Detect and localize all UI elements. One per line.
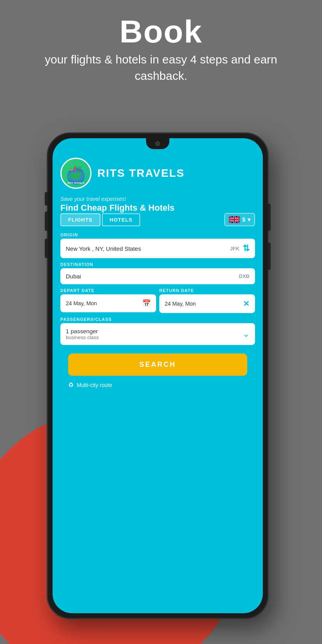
svg-rect-3 xyxy=(75,167,76,171)
currency-selector[interactable]: $ ▾ xyxy=(224,213,255,226)
header-title: Book xyxy=(0,16,322,48)
return-date-value: 24 May, Mon xyxy=(165,301,196,307)
search-button[interactable]: SEARCH xyxy=(68,354,247,376)
front-camera xyxy=(155,141,160,146)
depart-label: DEPART DATE xyxy=(60,288,156,293)
svg-text:RITS TRAVELS: RITS TRAVELS xyxy=(68,182,84,184)
tab-hotels[interactable]: HOTELS xyxy=(102,213,141,226)
origin-label: ORIGIN xyxy=(60,232,255,237)
origin-field[interactable]: New York , NY, United States JFK ⇅ xyxy=(60,239,255,258)
app-logo: RITS TRAVELS xyxy=(60,158,91,189)
depart-date-value: 24 May, Mon xyxy=(66,300,97,306)
dates-row: DEPART DATE 24 May, Mon 📅 RETURN DATE 24… xyxy=(60,284,255,313)
phone-notch xyxy=(146,138,169,149)
logo-globe-svg: RITS TRAVELS xyxy=(62,160,90,187)
origin-value: New York , NY, United States xyxy=(66,245,141,252)
phone-mockup: RITS TRAVELS RITS TRAVELS Save your trav… xyxy=(47,132,269,619)
destination-label: DESTINATION xyxy=(60,262,255,267)
tabs-row: FLIGHTS HOTELS $ ▾ xyxy=(60,213,255,226)
phone-outer: RITS TRAVELS RITS TRAVELS Save your trav… xyxy=(47,132,269,619)
multi-city-label: Multi-city route xyxy=(77,382,112,388)
close-icon[interactable]: ✕ xyxy=(243,299,250,308)
phone-screen: RITS TRAVELS RITS TRAVELS Save your trav… xyxy=(53,138,263,613)
destination-value: Dubai xyxy=(66,273,81,280)
tabs-left: FLIGHTS HOTELS xyxy=(60,213,140,226)
multi-city-icon: ♻ xyxy=(68,381,74,389)
passengers-value: 1 passenger xyxy=(66,328,99,334)
passengers-class: business class xyxy=(66,334,99,340)
passengers-label: PASSENGERS/CLASS xyxy=(60,317,255,322)
destination-field[interactable]: Dubai DXB xyxy=(60,268,255,284)
destination-code: DXB xyxy=(239,273,250,279)
logo-area: RITS TRAVELS RITS TRAVELS xyxy=(60,158,255,189)
main-headline: Find Cheap Flights & Hotels xyxy=(60,203,255,213)
depart-date-field[interactable]: 24 May, Mon 📅 xyxy=(60,294,156,312)
phone-volume-up xyxy=(45,211,48,231)
origin-code: JFK xyxy=(230,246,239,252)
passengers-info: 1 passenger business class xyxy=(66,328,99,340)
passengers-field[interactable]: 1 passenger business class ⌄ xyxy=(60,323,255,345)
logo-text: RITS TRAVELS xyxy=(97,167,185,179)
phone-power-button xyxy=(45,192,48,206)
uk-flag-icon xyxy=(229,216,240,223)
currency-symbol: $ xyxy=(242,216,245,223)
return-date-field[interactable]: 24 May, Mon ✕ xyxy=(159,294,255,313)
header-subtitle: your flights & hotels in easy 4 steps an… xyxy=(0,51,322,84)
header-section: Book your flights & hotels in easy 4 ste… xyxy=(0,16,322,84)
tab-flights[interactable]: FLIGHTS xyxy=(60,213,100,226)
currency-chevron: ▾ xyxy=(248,216,250,223)
svg-marker-4 xyxy=(74,165,76,167)
phone-volume-down xyxy=(45,239,48,258)
passengers-chevron-icon[interactable]: ⌄ xyxy=(243,329,250,339)
multi-city-link[interactable]: ♻ Multi-city route xyxy=(68,381,247,389)
return-label: RETURN DATE xyxy=(159,288,255,293)
app-content: RITS TRAVELS RITS TRAVELS Save your trav… xyxy=(53,150,263,613)
tagline: Save your travel expenses! xyxy=(60,196,255,202)
calendar-icon: 📅 xyxy=(142,299,151,308)
app-name: RITS TRAVELS xyxy=(97,167,185,179)
swap-icon[interactable]: ⇅ xyxy=(243,243,250,253)
